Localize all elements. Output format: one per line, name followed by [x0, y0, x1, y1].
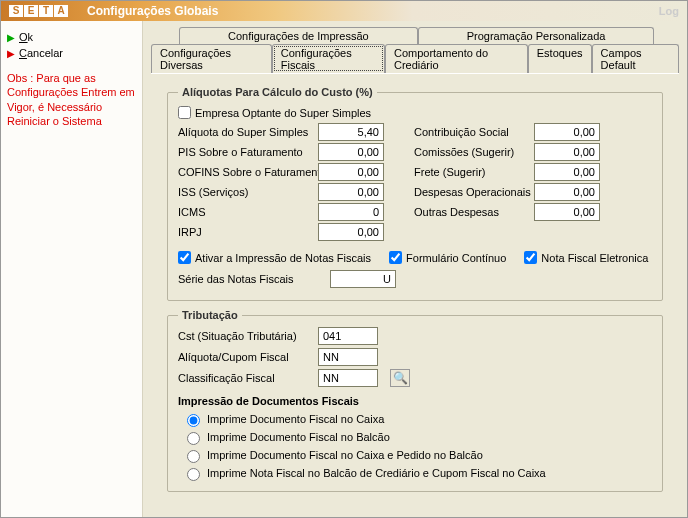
chk-ativar-nf-box[interactable]	[178, 251, 191, 264]
tab-comportamento-crediario[interactable]: Comportamento do Crediário	[385, 44, 528, 73]
chk-optante-box[interactable]	[178, 106, 191, 119]
impressao-docs-head: Impressão de Documentos Fiscais	[178, 395, 652, 407]
titlebar: SETA Configurações Globais Log	[1, 1, 687, 21]
lbl-despop: Despesas Operacionais	[414, 186, 534, 198]
chk-formulario-label: Formulário Contínuo	[406, 252, 506, 264]
radio-nf-balcao-input[interactable]	[187, 468, 200, 481]
chk-optante[interactable]: Empresa Optante do Super Simples	[178, 106, 652, 119]
lbl-cofins: COFINS Sobre o Faturamento	[178, 166, 318, 178]
chk-nfe[interactable]: Nota Fiscal Eletronica	[524, 251, 648, 264]
radio-caixa-pedido[interactable]: Imprime Documento Fiscal no Caixa e Pedi…	[182, 447, 652, 463]
lbl-serie: Série das Notas Fiscais	[178, 273, 318, 285]
chk-ativar-nf[interactable]: Ativar a Impressão de Notas Fiscais	[178, 251, 371, 264]
radio-caixa-input[interactable]	[187, 414, 200, 427]
chk-optante-label: Empresa Optante do Super Simples	[195, 107, 371, 119]
input-despop[interactable]	[534, 183, 600, 201]
lbl-aliq-cupom: Alíquota/Cupom Fiscal	[178, 351, 318, 363]
radio-caixa-pedido-input[interactable]	[187, 450, 200, 463]
aliquotas-group: Alíquotas Para Cálculo do Custo (%) Empr…	[167, 86, 663, 301]
ok-rest: k	[28, 31, 34, 43]
lbl-contrib: Contribuição Social	[414, 126, 534, 138]
radio-balcao[interactable]: Imprime Documento Fiscal no Balcão	[182, 429, 652, 445]
input-supersimples[interactable]	[318, 123, 384, 141]
chk-nfe-label: Nota Fiscal Eletronica	[541, 252, 648, 264]
lbl-iss: ISS (Serviços)	[178, 186, 318, 198]
input-aliq-cupom[interactable]	[318, 348, 378, 366]
tab-campos-default[interactable]: Campos Default	[592, 44, 679, 73]
lbl-comissoes: Comissões (Sugerir)	[414, 146, 534, 158]
chk-nfe-box[interactable]	[524, 251, 537, 264]
tab-config-diversas[interactable]: Configurações Diversas	[151, 44, 272, 73]
radio-nf-balcao[interactable]: Imprime Nota Fiscal no Balcão de Crediár…	[182, 465, 652, 481]
aliquotas-legend: Alíquotas Para Cálculo do Custo (%)	[178, 86, 377, 98]
lookup-button[interactable]: 🔍	[390, 369, 410, 387]
tab-config-fiscais[interactable]: Configurações Fiscais	[272, 44, 385, 73]
arrow-right-icon: ▶	[7, 32, 15, 43]
ok-underline: O	[19, 31, 28, 43]
input-comissoes[interactable]	[534, 143, 600, 161]
main-panel: Configurações de Impressão Programação P…	[143, 21, 687, 517]
tab-content: Alíquotas Para Cálculo do Custo (%) Empr…	[151, 74, 679, 506]
input-cofins[interactable]	[318, 163, 384, 181]
input-cst[interactable]	[318, 327, 378, 345]
tab-config-impressao[interactable]: Configurações de Impressão	[179, 27, 418, 44]
cancel-button[interactable]: ▶ Cancelar	[7, 45, 136, 61]
tributacao-legend: Tributação	[178, 309, 242, 321]
tributacao-group: Tributação Cst (Situação Tributária) Alí…	[167, 309, 663, 492]
ok-button[interactable]: ▶ Ok	[7, 29, 136, 45]
radio-caixa-pedido-label: Imprime Documento Fiscal no Caixa e Pedi…	[207, 449, 483, 461]
window-title: Configurações Globais	[87, 4, 218, 18]
chk-formulario-box[interactable]	[389, 251, 402, 264]
radio-nf-balcao-label: Imprime Nota Fiscal no Balcão de Crediár…	[207, 467, 546, 479]
input-outras[interactable]	[534, 203, 600, 221]
lbl-irpj: IRPJ	[178, 226, 318, 238]
arrow-right-icon: ▶	[7, 48, 15, 59]
input-pis[interactable]	[318, 143, 384, 161]
radio-caixa-label: Imprime Documento Fiscal no Caixa	[207, 413, 384, 425]
lbl-supersimples: Alíquota do Super Simples	[178, 126, 318, 138]
tabs-top: Configurações de Impressão Programação P…	[179, 27, 679, 44]
tab-estoques[interactable]: Estoques	[528, 44, 592, 73]
radio-balcao-label: Imprime Documento Fiscal no Balcão	[207, 431, 390, 443]
chk-formulario-continuo[interactable]: Formulário Contínuo	[389, 251, 506, 264]
lbl-outras: Outras Despesas	[414, 206, 534, 218]
input-frete[interactable]	[534, 163, 600, 181]
tab-programacao-personalizada[interactable]: Programação Personalizada	[418, 27, 655, 44]
sidebar: ▶ Ok ▶ Cancelar Obs : Para que as Config…	[1, 21, 143, 517]
search-icon: 🔍	[393, 371, 408, 385]
input-serie[interactable]	[330, 270, 396, 288]
input-icms[interactable]	[318, 203, 384, 221]
radio-caixa[interactable]: Imprime Documento Fiscal no Caixa	[182, 411, 652, 427]
radio-balcao-input[interactable]	[187, 432, 200, 445]
lbl-classificacao: Classificação Fiscal	[178, 372, 318, 384]
cancel-underline: C	[19, 47, 27, 59]
app-logo: SETA	[9, 5, 69, 17]
input-contrib[interactable]	[534, 123, 600, 141]
input-classificacao[interactable]	[318, 369, 378, 387]
lbl-frete: Frete (Sugerir)	[414, 166, 534, 178]
chk-ativar-nf-label: Ativar a Impressão de Notas Fiscais	[195, 252, 371, 264]
log-link[interactable]: Log	[659, 5, 679, 17]
cancel-rest: ancelar	[27, 47, 63, 59]
input-irpj[interactable]	[318, 223, 384, 241]
tabs-bottom: Configurações Diversas Configurações Fis…	[151, 44, 679, 73]
lbl-pis: PIS Sobre o Faturamento	[178, 146, 318, 158]
input-iss[interactable]	[318, 183, 384, 201]
lbl-cst: Cst (Situação Tributária)	[178, 330, 318, 342]
sidebar-obs: Obs : Para que as Configurações Entrem e…	[7, 71, 136, 128]
lbl-icms: ICMS	[178, 206, 318, 218]
